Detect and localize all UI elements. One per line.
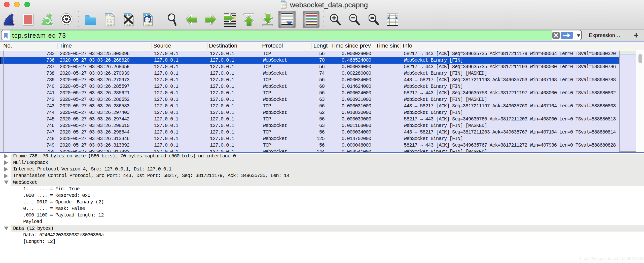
svg-text:01110: 01110 bbox=[106, 24, 114, 26]
svg-text:01010: 01010 bbox=[106, 18, 114, 21]
svg-text:01110: 01110 bbox=[145, 24, 152, 26]
svg-text:01110: 01110 bbox=[282, 7, 286, 9]
svg-text:01101: 01101 bbox=[106, 21, 114, 24]
svg-text:01101: 01101 bbox=[145, 21, 152, 24]
svg-text:01110: 01110 bbox=[126, 24, 133, 26]
